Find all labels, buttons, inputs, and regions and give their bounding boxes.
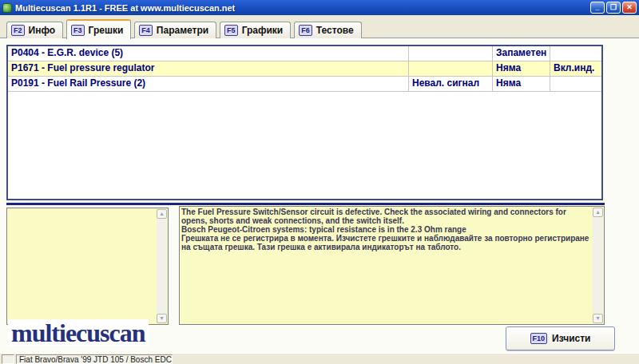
table-row[interactable]: P0404 - E.G.R. device (5) Запаметен [8,46,601,61]
error-code-cell: P0191 - Fuel Rail Pressure (2) [8,77,408,91]
multiecuscan-logo: multiecuscan [8,319,149,346]
f6-key-icon: F6 [299,25,312,36]
f4-key-icon: F4 [139,25,153,36]
error-description-panel: The Fuel Pressure Switch/Sensor circuit … [179,206,605,325]
indicator-cell [550,46,601,61]
status-bar: Fiat Bravo/Brava '99 JTD 105 / Bosch EDC… [0,353,639,364]
minimize-button[interactable]: _ [590,2,605,14]
tab-errors[interactable]: F3 Грешки [66,19,131,39]
description-line: Bosch Peugeot-Citroen systems: typical r… [181,225,591,234]
tab-graphs[interactable]: F5 Графики [220,22,291,38]
tab-parameters[interactable]: F4 Параметри [134,22,216,38]
f3-key-icon: F3 [71,25,85,36]
status-cell-empty [2,354,14,364]
indicator-cell [550,77,601,91]
table-row-selected[interactable]: P1671 - Fuel pressure regulator Няма Вкл… [8,61,601,77]
restore-button[interactable]: ❐ [606,2,621,14]
error-description-text: The Fuel Pressure Switch/Sensor circuit … [181,208,591,322]
tab-info-label: Инфо [29,25,56,36]
indicator-cell: Вкл.инд. [550,61,601,76]
tab-tests-label: Тестове [316,25,354,36]
tab-bar: F2 Инфо F3 Грешки F4 Параметри F5 График… [6,18,639,38]
scroll-up-icon[interactable]: ▴ [593,208,603,217]
f2-key-icon: F2 [11,25,25,36]
freeze-frame-panel: ▴ ▾ [6,208,169,325]
status-cell: Няма [492,77,550,91]
errors-tab-page: P0404 - E.G.R. device (5) Запаметен P167… [0,38,639,353]
tab-tests[interactable]: F6 Тестове [294,22,361,38]
description-scrollbar[interactable]: ▴ ▾ [593,208,603,323]
signal-cell: Невал. сигнал [408,77,492,91]
window-controls: _ ❐ ✕ [590,2,637,14]
clear-errors-button[interactable]: F10 Изчисти [506,326,615,350]
close-button[interactable]: ✕ [622,2,637,14]
signal-cell [408,46,492,61]
description-line: Грешката не се регистрира в момента. Изч… [181,234,591,251]
scroll-up-icon[interactable]: ▴ [157,209,167,219]
app-icon [2,3,12,13]
tab-errors-label: Грешки [89,25,124,36]
scroll-down-icon[interactable]: ▾ [157,314,167,323]
tab-info[interactable]: F2 Инфо [6,22,63,38]
tab-parameters-label: Параметри [157,25,208,36]
error-code-cell: P1671 - Fuel pressure regulator [8,61,408,76]
f10-key-icon: F10 [530,333,548,344]
window-title: Multiecuscan 1.1R1 - FREE at www.multiec… [15,3,235,13]
clear-button-label: Изчисти [552,333,590,344]
signal-cell [408,61,492,76]
vehicle-model-status: Fiat Bravo/Brava '99 JTD 105 / Bosch EDC… [16,354,173,364]
error-code-cell: P0404 - E.G.R. device (5) [8,46,408,61]
description-line: The Fuel Pressure Switch/Sensor circuit … [181,208,591,225]
status-cell: Няма [492,61,550,76]
scroll-down-icon[interactable]: ▾ [593,314,603,323]
status-cell: Запаметен [492,46,550,61]
table-row[interactable]: P0191 - Fuel Rail Pressure (2) Невал. си… [8,77,601,92]
title-bar: Multiecuscan 1.1R1 - FREE at www.multiec… [0,0,639,15]
left-panel-scrollbar[interactable]: ▴ ▾ [157,209,167,323]
tab-graphs-label: Графики [242,25,284,36]
panel-divider [6,203,605,205]
error-codes-table: P0404 - E.G.R. device (5) Запаметен P167… [6,45,603,200]
f5-key-icon: F5 [224,25,238,36]
